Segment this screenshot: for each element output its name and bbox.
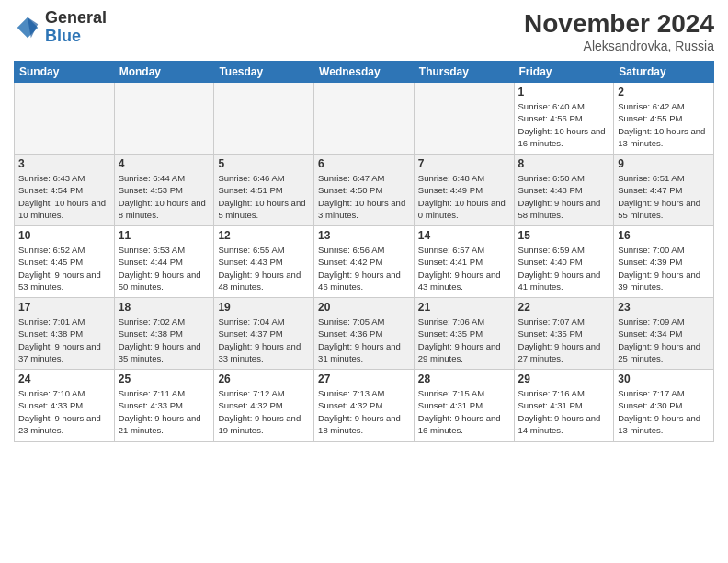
day-detail: Sunrise: 7:10 AM Sunset: 4:33 PM Dayligh… <box>18 387 110 436</box>
day-cell: 16Sunrise: 7:00 AM Sunset: 4:39 PM Dayli… <box>614 226 714 298</box>
day-detail: Sunrise: 6:51 AM Sunset: 4:47 PM Dayligh… <box>618 172 710 221</box>
day-detail: Sunrise: 7:17 AM Sunset: 4:30 PM Dayligh… <box>618 387 710 436</box>
title-block: November 2024 Aleksandrovka, Russia <box>524 9 714 53</box>
day-cell: 15Sunrise: 6:59 AM Sunset: 4:40 PM Dayli… <box>514 226 614 298</box>
day-cell: 24Sunrise: 7:10 AM Sunset: 4:33 PM Dayli… <box>15 370 115 442</box>
day-cell: 4Sunrise: 6:44 AM Sunset: 4:53 PM Daylig… <box>114 155 214 226</box>
day-number: 19 <box>218 301 310 314</box>
day-number: 28 <box>418 373 510 385</box>
day-cell: 21Sunrise: 7:06 AM Sunset: 4:35 PM Dayli… <box>414 298 514 370</box>
header: General Blue November 2024 Aleksandrovka… <box>14 9 714 53</box>
day-cell: 27Sunrise: 7:13 AM Sunset: 4:32 PM Dayli… <box>314 370 415 442</box>
logo-blue: Blue <box>45 28 107 46</box>
day-number: 14 <box>418 229 510 242</box>
logo-icon <box>14 14 41 41</box>
day-number: 25 <box>119 373 210 385</box>
day-detail: Sunrise: 6:47 AM Sunset: 4:50 PM Dayligh… <box>318 172 410 221</box>
day-number: 27 <box>318 373 410 385</box>
day-detail: Sunrise: 6:40 AM Sunset: 4:56 PM Dayligh… <box>518 100 610 149</box>
day-number: 20 <box>318 301 410 314</box>
day-cell: 6Sunrise: 6:47 AM Sunset: 4:50 PM Daylig… <box>314 155 415 226</box>
day-cell: 17Sunrise: 7:01 AM Sunset: 4:38 PM Dayli… <box>15 298 115 370</box>
day-detail: Sunrise: 7:06 AM Sunset: 4:35 PM Dayligh… <box>418 316 510 364</box>
day-cell: 7Sunrise: 6:48 AM Sunset: 4:49 PM Daylig… <box>414 155 514 226</box>
day-detail: Sunrise: 7:12 AM Sunset: 4:32 PM Dayligh… <box>218 387 310 436</box>
day-detail: Sunrise: 7:05 AM Sunset: 4:36 PM Dayligh… <box>318 316 410 364</box>
header-row: SundayMondayTuesdayWednesdayThursdayFrid… <box>15 62 714 83</box>
col-header-wednesday: Wednesday <box>314 62 415 83</box>
day-detail: Sunrise: 7:07 AM Sunset: 4:35 PM Dayligh… <box>518 316 610 364</box>
day-cell: 19Sunrise: 7:04 AM Sunset: 4:37 PM Dayli… <box>214 298 314 370</box>
day-number: 9 <box>618 157 710 170</box>
day-detail: Sunrise: 6:42 AM Sunset: 4:55 PM Dayligh… <box>618 100 710 149</box>
day-cell <box>214 83 314 155</box>
day-detail: Sunrise: 7:04 AM Sunset: 4:37 PM Dayligh… <box>218 316 310 364</box>
day-detail: Sunrise: 6:55 AM Sunset: 4:43 PM Dayligh… <box>218 244 310 293</box>
day-cell <box>414 83 514 155</box>
day-detail: Sunrise: 6:43 AM Sunset: 4:54 PM Dayligh… <box>18 172 110 221</box>
day-cell: 13Sunrise: 6:56 AM Sunset: 4:42 PM Dayli… <box>314 226 415 298</box>
day-detail: Sunrise: 6:50 AM Sunset: 4:48 PM Dayligh… <box>518 172 610 221</box>
day-detail: Sunrise: 6:56 AM Sunset: 4:42 PM Dayligh… <box>318 244 410 293</box>
day-detail: Sunrise: 7:09 AM Sunset: 4:34 PM Dayligh… <box>618 316 710 364</box>
day-detail: Sunrise: 7:16 AM Sunset: 4:31 PM Dayligh… <box>518 387 610 436</box>
day-number: 1 <box>518 86 610 98</box>
col-header-monday: Monday <box>114 62 214 83</box>
day-number: 6 <box>318 157 410 170</box>
day-cell: 9Sunrise: 6:51 AM Sunset: 4:47 PM Daylig… <box>614 155 714 226</box>
day-cell: 3Sunrise: 6:43 AM Sunset: 4:54 PM Daylig… <box>15 155 115 226</box>
day-cell: 1Sunrise: 6:40 AM Sunset: 4:56 PM Daylig… <box>514 83 614 155</box>
day-number: 21 <box>418 301 510 314</box>
col-header-tuesday: Tuesday <box>214 62 314 83</box>
day-detail: Sunrise: 6:48 AM Sunset: 4:49 PM Dayligh… <box>418 172 510 221</box>
month-title: November 2024 <box>524 9 714 39</box>
day-cell <box>114 83 214 155</box>
day-number: 29 <box>518 373 610 385</box>
day-detail: Sunrise: 6:52 AM Sunset: 4:45 PM Dayligh… <box>18 244 110 293</box>
day-cell: 30Sunrise: 7:17 AM Sunset: 4:30 PM Dayli… <box>614 370 714 442</box>
day-cell <box>15 83 115 155</box>
day-detail: Sunrise: 6:53 AM Sunset: 4:44 PM Dayligh… <box>119 244 210 293</box>
day-detail: Sunrise: 6:59 AM Sunset: 4:40 PM Dayligh… <box>518 244 610 293</box>
day-cell: 25Sunrise: 7:11 AM Sunset: 4:33 PM Dayli… <box>114 370 214 442</box>
day-cell: 14Sunrise: 6:57 AM Sunset: 4:41 PM Dayli… <box>414 226 514 298</box>
day-number: 13 <box>318 229 410 242</box>
day-cell: 22Sunrise: 7:07 AM Sunset: 4:35 PM Dayli… <box>514 298 614 370</box>
day-number: 26 <box>218 373 310 385</box>
day-detail: Sunrise: 7:01 AM Sunset: 4:38 PM Dayligh… <box>18 316 110 364</box>
day-number: 7 <box>418 157 510 170</box>
day-number: 17 <box>18 301 110 314</box>
logo: General Blue <box>14 9 107 46</box>
day-number: 15 <box>518 229 610 242</box>
week-row-3: 17Sunrise: 7:01 AM Sunset: 4:38 PM Dayli… <box>15 298 714 370</box>
day-number: 16 <box>618 229 710 242</box>
day-detail: Sunrise: 7:02 AM Sunset: 4:38 PM Dayligh… <box>119 316 210 364</box>
col-header-friday: Friday <box>514 62 614 83</box>
day-number: 23 <box>618 301 710 314</box>
day-cell: 29Sunrise: 7:16 AM Sunset: 4:31 PM Dayli… <box>514 370 614 442</box>
day-number: 18 <box>119 301 210 314</box>
col-header-thursday: Thursday <box>414 62 514 83</box>
week-row-0: 1Sunrise: 6:40 AM Sunset: 4:56 PM Daylig… <box>15 83 714 155</box>
day-detail: Sunrise: 6:57 AM Sunset: 4:41 PM Dayligh… <box>418 244 510 293</box>
day-cell: 20Sunrise: 7:05 AM Sunset: 4:36 PM Dayli… <box>314 298 415 370</box>
day-number: 3 <box>18 157 110 170</box>
location: Aleksandrovka, Russia <box>524 39 714 53</box>
day-cell: 5Sunrise: 6:46 AM Sunset: 4:51 PM Daylig… <box>214 155 314 226</box>
page-container: General Blue November 2024 Aleksandrovka… <box>0 0 728 446</box>
day-number: 22 <box>518 301 610 314</box>
day-number: 12 <box>218 229 310 242</box>
day-cell: 8Sunrise: 6:50 AM Sunset: 4:48 PM Daylig… <box>514 155 614 226</box>
day-detail: Sunrise: 6:46 AM Sunset: 4:51 PM Dayligh… <box>218 172 310 221</box>
day-cell: 10Sunrise: 6:52 AM Sunset: 4:45 PM Dayli… <box>15 226 115 298</box>
day-cell: 23Sunrise: 7:09 AM Sunset: 4:34 PM Dayli… <box>614 298 714 370</box>
col-header-saturday: Saturday <box>614 62 714 83</box>
day-number: 5 <box>218 157 310 170</box>
day-number: 11 <box>119 229 210 242</box>
day-number: 30 <box>618 373 710 385</box>
day-number: 2 <box>618 86 710 98</box>
col-header-sunday: Sunday <box>15 62 115 83</box>
day-detail: Sunrise: 7:00 AM Sunset: 4:39 PM Dayligh… <box>618 244 710 293</box>
calendar-table: SundayMondayTuesdayWednesdayThursdayFrid… <box>14 61 714 442</box>
day-cell: 12Sunrise: 6:55 AM Sunset: 4:43 PM Dayli… <box>214 226 314 298</box>
